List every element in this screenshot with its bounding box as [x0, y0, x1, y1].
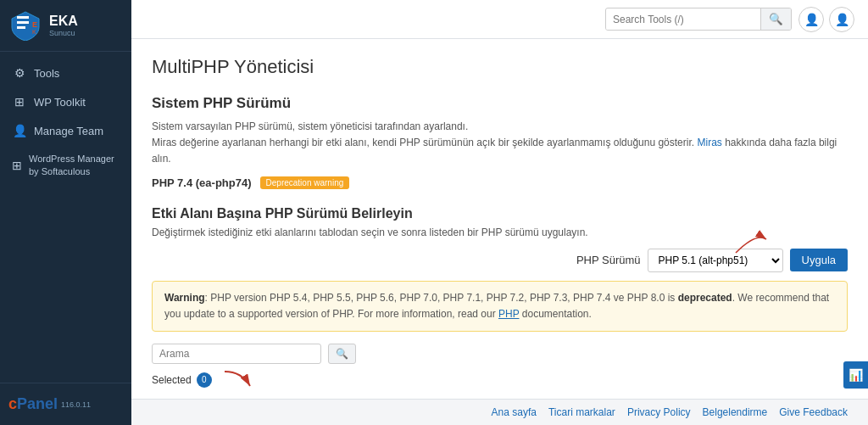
manage-team-icon: 👤	[12, 124, 27, 137]
selected-label: Selected	[152, 374, 192, 386]
php-sürümü-label: PHP Sürümü	[576, 254, 641, 266]
chart-button[interactable]: 📊	[843, 361, 868, 389]
domain-php-title: Etki Alanı Başına PHP Sürümü Belirleyin	[152, 206, 848, 221]
search-box[interactable]: 🔍	[605, 8, 792, 31]
account-icon-btn[interactable]: 👤	[829, 7, 854, 32]
svg-rect-2	[17, 16, 29, 19]
sidebar-item-tools[interactable]: ⚙ Tools	[0, 59, 131, 87]
footer: Ana sayfa Ticari markalar Privacy Policy…	[131, 399, 868, 425]
search-input[interactable]	[606, 9, 760, 30]
table-search-input[interactable]	[152, 344, 321, 364]
deprecation-badge: Deprecation warning	[260, 176, 350, 189]
tools-icon: ⚙	[12, 66, 27, 80]
sidebar-footer: cPanel 116.0.11	[0, 383, 131, 425]
php-selector-row: PHP Sürümü PHP 5.1 (alt-php51) PHP 5.4 (…	[152, 249, 848, 272]
wp-toolkit-icon: ⊞	[12, 95, 27, 109]
logo-text: EKA	[49, 14, 78, 28]
footer-link-feedback[interactable]: Give Feedback	[779, 406, 848, 418]
topbar-icons: 👤 👤	[798, 7, 854, 32]
sidebar-item-wp-toolkit[interactable]: ⊞ WP Toolkit	[0, 87, 131, 116]
search-button[interactable]: 🔍	[760, 8, 791, 30]
sidebar-item-wordpress-manager[interactable]: ⊞ WordPress Manager by Softaculous	[0, 145, 131, 187]
logo: E K EKA Sunucu	[0, 0, 131, 52]
content: MultiPHP Yöneticisi Sistem PHP Sürümü Si…	[131, 39, 868, 399]
footer-link-belgelendirme[interactable]: Belgelendirme	[703, 406, 768, 418]
logo-sub: Sunucu	[49, 29, 78, 37]
sidebar: E K EKA Sunucu ⚙ Tools ⊞ WP Toolkit 👤 Ma…	[0, 0, 131, 425]
sidebar-item-wp-toolkit-label: WP Toolkit	[34, 96, 86, 109]
sidebar-item-tools-label: Tools	[34, 67, 59, 80]
svg-text:E: E	[32, 20, 37, 29]
main: 🔍 👤 👤 MultiPHP Yöneticisi Sistem PHP Sür…	[131, 0, 868, 425]
sidebar-item-manage-team-label: Manage Team	[34, 125, 103, 137]
system-php-desc: Sistem varsayılan PHP sürümü, sistem yön…	[152, 119, 848, 168]
apply-button[interactable]: Uygula	[790, 249, 848, 271]
svg-text:K: K	[32, 29, 36, 35]
showing-text: Showing 1 - 1 of 1 items	[152, 398, 848, 399]
wordpress-manager-icon: ⊞	[12, 159, 22, 172]
table-search-button[interactable]: 🔍	[328, 344, 356, 364]
php-badge-row: PHP 7.4 (ea-php74) Deprecation warning	[152, 176, 848, 189]
php-version-select[interactable]: PHP 5.1 (alt-php51) PHP 5.4 (ea-php54) P…	[648, 249, 783, 272]
php-current-label: PHP 7.4 (ea-php74)	[152, 176, 252, 189]
svg-rect-0	[17, 21, 29, 24]
domain-php-desc: Değiştirmek istediğiniz etki alanlarını …	[152, 226, 848, 238]
eka-logo-icon: E K	[8, 10, 42, 41]
user-icon-btn[interactable]: 👤	[798, 7, 824, 32]
warning-box: Warning: PHP version PHP 5.4, PHP 5.5, P…	[152, 281, 848, 332]
cpanel-version: 116.0.11	[61, 400, 91, 409]
selected-count-badge: 0	[197, 372, 212, 388]
sidebar-nav: ⚙ Tools ⊞ WP Toolkit 👤 Manage Team ⊞ Wor…	[0, 52, 131, 383]
cpanel-brand: cPanel	[8, 395, 58, 413]
cpanel-logo: cPanel 116.0.11	[8, 395, 123, 413]
page-title: MultiPHP Yöneticisi	[152, 56, 848, 78]
sidebar-item-wordpress-manager-label: WordPress Manager by Softaculous	[29, 153, 120, 179]
miras-link[interactable]: Miras	[697, 137, 721, 148]
arrow-hint2-icon	[220, 367, 254, 393]
footer-link-privacy[interactable]: Privacy Policy	[627, 406, 691, 418]
system-php-title: Sistem PHP Sürümü	[152, 95, 848, 112]
footer-link-anasayfa[interactable]: Ana sayfa	[492, 406, 537, 418]
php-doc-link[interactable]: PHP	[498, 308, 519, 320]
selected-row: Selected 0	[152, 367, 848, 393]
footer-link-ticari[interactable]: Ticari markalar	[548, 406, 615, 418]
sidebar-item-manage-team[interactable]: 👤 Manage Team	[0, 116, 131, 145]
topbar: 🔍 👤 👤	[131, 0, 868, 39]
svg-rect-1	[17, 26, 25, 29]
